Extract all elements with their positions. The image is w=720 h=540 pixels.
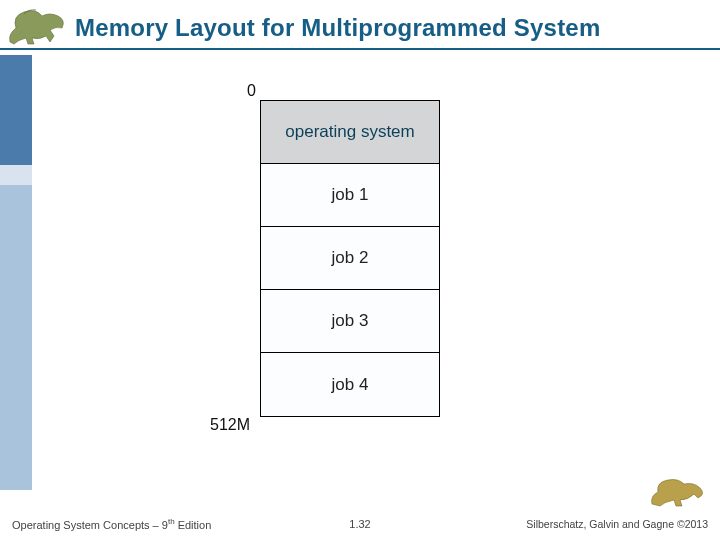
sidebar-block-light [0, 165, 32, 185]
sidebar-block-dark [0, 55, 32, 165]
footer: Operating System Concepts – 9th Edition … [0, 512, 720, 540]
memory-row-job: job 1 [261, 164, 439, 227]
address-start-label: 0 [247, 82, 256, 100]
memory-row-job: job 4 [261, 353, 439, 416]
page-title: Memory Layout for Multiprogrammed System [75, 14, 705, 42]
footer-book-prefix: Operating System Concepts – 9 [12, 519, 168, 531]
title-area: Memory Layout for Multiprogrammed System [75, 14, 705, 42]
footer-copyright: Silberschatz, Galvin and Gagne ©2013 [526, 518, 708, 530]
left-sidebar-decoration [0, 55, 32, 490]
dinosaur-icon [6, 6, 68, 46]
title-underline [0, 48, 720, 50]
address-end-label: 512M [210, 416, 250, 434]
footer-book-suffix: Edition [175, 519, 212, 531]
sidebar-block-medium [0, 185, 32, 490]
slide: Memory Layout for Multiprogrammed System… [0, 0, 720, 540]
memory-row-job: job 3 [261, 290, 439, 353]
dinosaur-icon [650, 474, 706, 508]
memory-row-os: operating system [261, 101, 439, 164]
memory-row-job: job 2 [261, 227, 439, 290]
footer-page-number: 1.32 [349, 518, 370, 530]
footer-left: Operating System Concepts – 9th Edition [12, 517, 211, 531]
footer-ordinal-sup: th [168, 517, 175, 526]
memory-table: operating systemjob 1job 2job 3job 4 [260, 100, 440, 417]
